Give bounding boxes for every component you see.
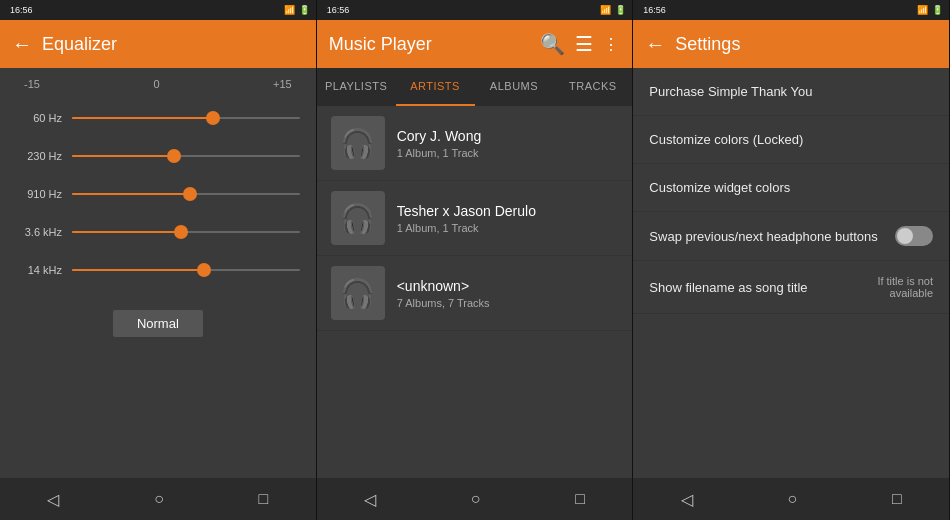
eq-preset-container: Normal: [0, 310, 316, 337]
status-bar-eq: 16:56 📶 🔋: [0, 0, 316, 20]
headphone-icon-2: 🎧: [340, 277, 375, 310]
artist-text-2: <unknown> 7 Albums, 7 Tracks: [397, 278, 490, 309]
settings-item-4[interactable]: Show filename as song title If title is …: [633, 261, 949, 314]
settings-label-2: Customize widget colors: [649, 180, 790, 195]
time-eq: 16:56: [10, 5, 33, 15]
eq-band-3: 3.6 kHz: [16, 216, 300, 248]
headphone-icon-1: 🎧: [340, 202, 375, 235]
avatar-0: 🎧: [331, 116, 385, 170]
eq-scale-labels: -15 0 +15: [0, 68, 316, 94]
nav-recent-eq[interactable]: □: [259, 490, 269, 508]
more-icon[interactable]: ⋮: [603, 35, 620, 54]
settings-item-1[interactable]: Customize colors (Locked): [633, 116, 949, 164]
settings-label-0: Purchase Simple Thank You: [649, 84, 812, 99]
artist-name-2: <unknown>: [397, 278, 490, 294]
time-mp: 16:56: [327, 5, 350, 15]
settings-header: ← Settings: [633, 20, 949, 68]
settings-item-text-3: Swap previous/next headphone buttons: [649, 229, 877, 244]
settings-item-text-2: Customize widget colors: [649, 180, 790, 195]
settings-title: Settings: [675, 34, 937, 55]
tabs-bar: PLAYLISTS ARTISTS ALBUMS TRACKS: [317, 68, 633, 106]
nav-home-st[interactable]: ○: [787, 490, 797, 508]
tab-tracks[interactable]: TRACKS: [553, 68, 632, 106]
nav-home-eq[interactable]: ○: [154, 490, 164, 508]
bottom-nav-eq: ◁ ○ □: [0, 478, 316, 520]
settings-label-3: Swap previous/next headphone buttons: [649, 229, 877, 244]
back-button-st[interactable]: ←: [645, 33, 665, 56]
settings-right-text-4: If title is not available: [833, 275, 933, 299]
avatar-2: 🎧: [331, 266, 385, 320]
signal-icons-mp: 📶: [600, 5, 611, 15]
music-player-header: Music Player 🔍 ☰ ⋮: [317, 20, 633, 68]
equalizer-title: Equalizer: [42, 34, 304, 55]
status-bar-st: 16:56 📶 🔋: [633, 0, 949, 20]
artist-sub-1: 1 Album, 1 Track: [397, 222, 536, 234]
eq-track-3[interactable]: [72, 231, 300, 233]
artist-text-1: Tesher x Jason Derulo 1 Album, 1 Track: [397, 203, 536, 234]
artists-list: 🎧 Cory J. Wong 1 Album, 1 Track 🎧 Tesher…: [317, 106, 633, 478]
artist-item-0[interactable]: 🎧 Cory J. Wong 1 Album, 1 Track: [317, 106, 633, 181]
back-button-eq[interactable]: ←: [12, 33, 32, 56]
nav-recent-st[interactable]: □: [892, 490, 902, 508]
headphone-icon-0: 🎧: [340, 127, 375, 160]
status-bar-mp: 16:56 📶 🔋: [317, 0, 633, 20]
music-player-panel: 16:56 📶 🔋 Music Player 🔍 ☰ ⋮ PLAYLISTS A…: [317, 0, 634, 520]
artist-item-1[interactable]: 🎧 Tesher x Jason Derulo 1 Album, 1 Track: [317, 181, 633, 256]
eq-sliders: 60 Hz 230 Hz 910 Hz: [0, 94, 316, 294]
eq-band-4: 14 kHz: [16, 254, 300, 286]
bottom-nav-mp: ◁ ○ □: [317, 478, 633, 520]
settings-item-3[interactable]: Swap previous/next headphone buttons: [633, 212, 949, 261]
eq-track-0[interactable]: [72, 117, 300, 119]
toggle-headphone[interactable]: [895, 226, 933, 246]
eq-band-0: 60 Hz: [16, 102, 300, 134]
eq-track-4[interactable]: [72, 269, 300, 271]
equalizer-content: -15 0 +15 60 Hz 230 Hz: [0, 68, 316, 478]
settings-label-4: Show filename as song title: [649, 280, 807, 295]
equalizer-header: ← Equalizer: [0, 20, 316, 68]
eq-band-label-2: 910 Hz: [16, 188, 62, 200]
eq-band-1: 230 Hz: [16, 140, 300, 172]
nav-back-eq[interactable]: ◁: [47, 490, 59, 509]
avatar-1: 🎧: [331, 191, 385, 245]
signal-icons-st: 📶: [917, 5, 928, 15]
tab-artists[interactable]: ARTISTS: [396, 68, 475, 106]
artist-name-0: Cory J. Wong: [397, 128, 482, 144]
eq-band-label-3: 3.6 kHz: [16, 226, 62, 238]
settings-item-0[interactable]: Purchase Simple Thank You: [633, 68, 949, 116]
equalizer-panel: 16:56 📶 🔋 ← Equalizer -15 0 +15 60 Hz 23…: [0, 0, 317, 520]
tab-playlists[interactable]: PLAYLISTS: [317, 68, 396, 106]
eq-label-mid: 0: [153, 78, 159, 90]
eq-band-label-0: 60 Hz: [16, 112, 62, 124]
battery-icon-st: 🔋: [932, 5, 943, 15]
eq-band-label-1: 230 Hz: [16, 150, 62, 162]
artist-item-2[interactable]: 🎧 <unknown> 7 Albums, 7 Tracks: [317, 256, 633, 331]
eq-label-min: -15: [24, 78, 40, 90]
music-player-title: Music Player: [329, 34, 531, 55]
settings-list: Purchase Simple Thank You Customize colo…: [633, 68, 949, 314]
tab-albums[interactable]: ALBUMS: [475, 68, 554, 106]
settings-panel: 16:56 📶 🔋 ← Settings Purchase Simple Tha…: [633, 0, 950, 520]
eq-band-2: 910 Hz: [16, 178, 300, 210]
nav-home-mp[interactable]: ○: [471, 490, 481, 508]
artist-name-1: Tesher x Jason Derulo: [397, 203, 536, 219]
nav-back-st[interactable]: ◁: [681, 490, 693, 509]
settings-item-2[interactable]: Customize widget colors: [633, 164, 949, 212]
nav-recent-mp[interactable]: □: [575, 490, 585, 508]
artist-text-0: Cory J. Wong 1 Album, 1 Track: [397, 128, 482, 159]
eq-track-2[interactable]: [72, 193, 300, 195]
eq-label-max: +15: [273, 78, 292, 90]
signal-icons: 📶: [284, 5, 295, 15]
search-icon[interactable]: 🔍: [540, 32, 565, 56]
toggle-knob-headphone: [897, 228, 913, 244]
eq-preset-button[interactable]: Normal: [113, 310, 203, 337]
artist-sub-0: 1 Album, 1 Track: [397, 147, 482, 159]
artist-sub-2: 7 Albums, 7 Tracks: [397, 297, 490, 309]
filter-icon[interactable]: ☰: [575, 32, 593, 56]
time-st: 16:56: [643, 5, 666, 15]
nav-back-mp[interactable]: ◁: [364, 490, 376, 509]
eq-track-1[interactable]: [72, 155, 300, 157]
bottom-nav-st: ◁ ○ □: [633, 478, 949, 520]
settings-content: Purchase Simple Thank You Customize colo…: [633, 68, 949, 478]
settings-item-text-0: Purchase Simple Thank You: [649, 84, 812, 99]
settings-item-text-1: Customize colors (Locked): [649, 132, 803, 147]
